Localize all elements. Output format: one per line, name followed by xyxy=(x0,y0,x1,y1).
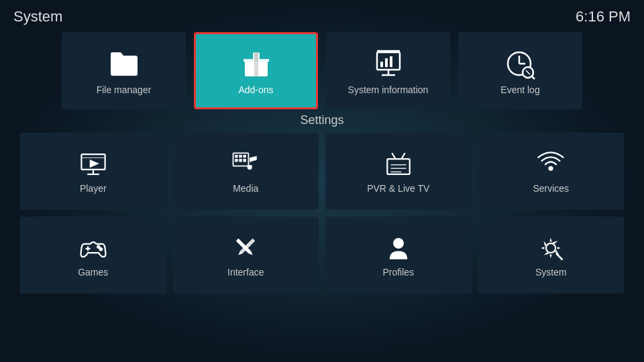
svg-line-27 xyxy=(392,153,395,159)
tile-player[interactable]: Player xyxy=(20,133,166,210)
settings-section-label: Settings xyxy=(13,113,631,127)
tile-profiles-label: Profiles xyxy=(382,267,414,278)
tile-player-label: Player xyxy=(80,183,107,194)
tile-games[interactable]: Games xyxy=(20,217,166,294)
svg-line-28 xyxy=(401,153,405,159)
svg-point-35 xyxy=(97,245,100,248)
svg-point-42 xyxy=(546,243,555,252)
tile-services[interactable]: Services xyxy=(478,133,625,210)
svg-rect-1 xyxy=(377,52,400,70)
tile-event-log[interactable]: Event log xyxy=(458,32,582,109)
svg-point-36 xyxy=(99,248,102,251)
tile-profiles[interactable]: Profiles xyxy=(325,217,472,294)
top-tiles-row: File manager Add-ons xyxy=(13,32,631,109)
event-log-icon xyxy=(504,47,537,80)
tile-system-information[interactable]: System information xyxy=(326,32,450,109)
tile-media-label: Media xyxy=(233,183,258,194)
svg-rect-23 xyxy=(235,159,237,162)
addons-icon xyxy=(239,47,273,80)
svg-rect-21 xyxy=(239,154,242,157)
svg-rect-0 xyxy=(254,52,258,76)
tile-system-label: System xyxy=(535,267,567,278)
tile-file-manager[interactable]: File manager xyxy=(62,32,186,109)
svg-rect-24 xyxy=(239,159,242,162)
svg-rect-6 xyxy=(390,56,392,67)
tile-services-label: Services xyxy=(533,183,569,194)
tile-system-information-label: System information xyxy=(348,84,429,95)
player-icon xyxy=(78,149,108,179)
tile-add-ons-label: Add-ons xyxy=(238,84,273,95)
tile-file-manager-label: File manager xyxy=(97,84,152,95)
clock: 6:16 PM xyxy=(576,8,631,25)
pvr-icon xyxy=(384,149,413,179)
games-icon xyxy=(78,233,108,263)
tile-interface-label: Interface xyxy=(227,267,264,278)
svg-point-41 xyxy=(393,238,404,249)
system-icon xyxy=(536,233,566,263)
tile-add-ons[interactable]: Add-ons xyxy=(194,32,318,109)
screen: System 6:16 PM File manager Add-ons xyxy=(0,0,644,362)
svg-rect-22 xyxy=(244,154,246,157)
tile-system[interactable]: System xyxy=(478,217,625,294)
svg-marker-18 xyxy=(89,159,99,167)
media-icon xyxy=(231,149,260,179)
folder-icon xyxy=(107,47,141,80)
profiles-icon xyxy=(384,233,413,263)
tile-interface[interactable]: Interface xyxy=(173,217,319,294)
tile-games-label: Games xyxy=(78,267,108,278)
tile-pvr-live-tv[interactable]: PVR & Live TV xyxy=(325,133,472,210)
interface-icon xyxy=(231,233,260,263)
page-title: System xyxy=(13,8,62,25)
svg-rect-25 xyxy=(244,159,246,162)
svg-line-12 xyxy=(531,76,535,79)
tile-pvr-live-tv-label: PVR & Live TV xyxy=(367,183,429,194)
services-icon xyxy=(536,149,566,179)
tile-media[interactable]: Media xyxy=(173,133,319,210)
svg-rect-4 xyxy=(380,62,383,67)
tile-event-log-label: Event log xyxy=(500,84,539,95)
svg-rect-20 xyxy=(235,154,237,157)
settings-grid: Player Media xyxy=(13,133,631,294)
svg-point-32 xyxy=(549,166,553,170)
system-info-icon xyxy=(372,47,405,80)
header: System 6:16 PM xyxy=(13,8,631,25)
svg-rect-5 xyxy=(385,58,388,67)
